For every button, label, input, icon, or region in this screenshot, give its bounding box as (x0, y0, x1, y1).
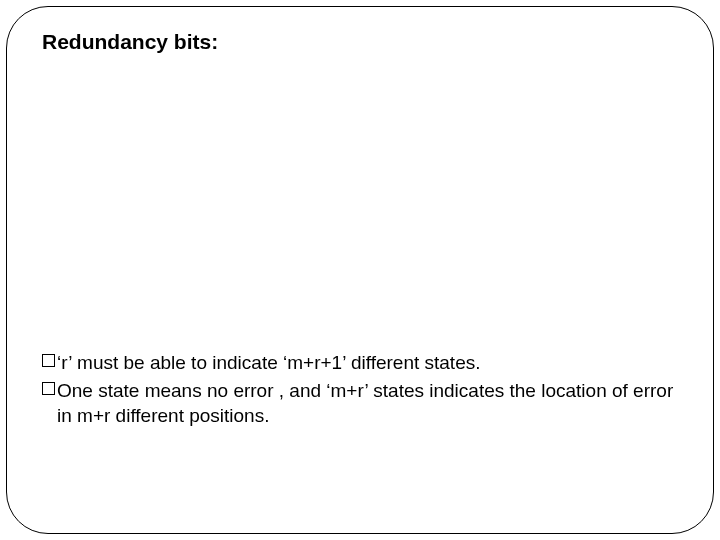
rounded-frame (6, 6, 714, 534)
list-item: ‘r’ must be able to indicate ‘m+r+1’ dif… (42, 350, 678, 376)
slide: Redundancy bits: ‘r’ must be able to ind… (0, 0, 720, 540)
bullet-text: ‘r’ must be able to indicate ‘m+r+1’ dif… (57, 350, 678, 376)
square-bullet-icon (42, 354, 55, 367)
slide-body: ‘r’ must be able to indicate ‘m+r+1’ dif… (42, 350, 678, 431)
bullet-text: One state means no error , and ‘m+r’ sta… (57, 378, 678, 429)
square-bullet-icon (42, 382, 55, 395)
list-item: One state means no error , and ‘m+r’ sta… (42, 378, 678, 429)
slide-title: Redundancy bits: (42, 30, 218, 54)
